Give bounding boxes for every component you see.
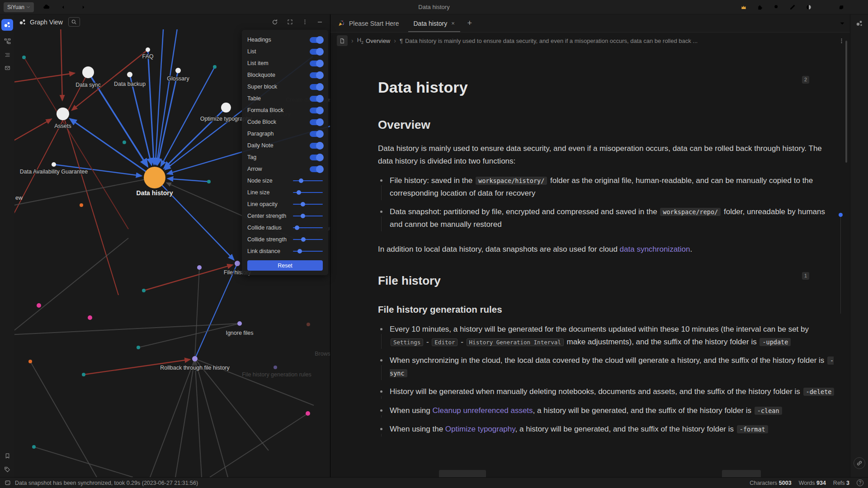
toggle-paragraph[interactable] bbox=[310, 131, 323, 137]
theme-icon[interactable] bbox=[803, 2, 815, 13]
toggle-formula-block[interactable] bbox=[310, 108, 323, 113]
cloud-sync-icon[interactable] bbox=[40, 2, 52, 13]
doc-list-item[interactable]: File history: saved in the workspace/his… bbox=[378, 174, 835, 199]
graph-node-p2[interactable] bbox=[88, 315, 92, 320]
graph-node-t8[interactable] bbox=[32, 445, 36, 449]
dock-item-inbox[interactable] bbox=[4, 65, 11, 71]
graph-node-o1[interactable] bbox=[80, 203, 83, 207]
doc-list-item[interactable]: When using the Optimize typography, a hi… bbox=[378, 423, 835, 436]
toggle-super-block[interactable] bbox=[310, 84, 323, 90]
backlink-button[interactable] bbox=[854, 457, 865, 469]
global-search-icon[interactable] bbox=[770, 2, 782, 13]
slider-node-size[interactable] bbox=[293, 178, 323, 184]
toggle-daily-note[interactable] bbox=[310, 143, 323, 149]
toggle-code-block[interactable] bbox=[310, 119, 323, 125]
graph-dock-icon[interactable] bbox=[856, 20, 863, 27]
doc-list-item[interactable]: History will be generated when manually … bbox=[378, 385, 835, 398]
dock-item-tag[interactable] bbox=[4, 466, 10, 473]
ref-count-badge[interactable]: 2 bbox=[802, 76, 809, 84]
graph-refresh-button[interactable] bbox=[272, 19, 278, 25]
edit-mode-icon[interactable] bbox=[787, 2, 798, 13]
plugin-icon[interactable] bbox=[754, 2, 766, 13]
back-button[interactable] bbox=[58, 2, 70, 13]
window-maximize-button[interactable] bbox=[835, 2, 847, 13]
dock-item-filetree[interactable] bbox=[4, 38, 11, 45]
graph-node-t5[interactable] bbox=[142, 289, 146, 292]
doc-list-item[interactable]: Data snapshot: partitioned by file, encr… bbox=[378, 206, 835, 230]
toggle-list-item[interactable] bbox=[310, 61, 323, 66]
graph-node-dh[interactable] bbox=[144, 167, 165, 188]
tab-list-chevron-button[interactable] bbox=[839, 14, 845, 32]
graph-node-ps[interactable] bbox=[197, 265, 202, 270]
editor-scrollbar-thumb[interactable] bbox=[845, 41, 847, 163]
slider-knob[interactable] bbox=[299, 178, 303, 183]
graph-fullscreen-button[interactable] bbox=[287, 19, 293, 25]
doc-link[interactable]: data synchronization bbox=[620, 245, 690, 253]
graph-node-data-sync[interactable] bbox=[82, 66, 94, 78]
slider-knob[interactable] bbox=[301, 214, 305, 218]
help-button[interactable]: ? bbox=[857, 479, 863, 486]
graph-search-button[interactable] bbox=[68, 17, 80, 27]
doc-heading-block[interactable]: Overview bbox=[378, 115, 835, 134]
siyuan-menu-button[interactable]: SiYuan bbox=[4, 2, 34, 12]
graph-node-rb[interactable] bbox=[192, 356, 198, 361]
breadcrumb-more-button[interactable] bbox=[839, 38, 844, 44]
graph-node-rd[interactable] bbox=[307, 323, 310, 326]
doc-list-item[interactable]: When synchronizing in the cloud, the loc… bbox=[378, 354, 835, 379]
breadcrumb-item[interactable]: ¶Data history is mainly used to ensure d… bbox=[400, 38, 698, 44]
toggle-headings[interactable] bbox=[310, 37, 323, 43]
slider-collide-radius[interactable] bbox=[293, 225, 323, 231]
window-minimize-button[interactable] bbox=[819, 2, 831, 13]
doc-heading-block[interactable]: File history generation rules bbox=[378, 302, 835, 317]
doc-paragraph-block[interactable]: Data history is mainly used to ensure da… bbox=[378, 142, 835, 167]
graph-more-button[interactable] bbox=[302, 19, 308, 25]
graph-node-ig[interactable] bbox=[237, 321, 242, 326]
doc-heading-block[interactable]: File history1 bbox=[378, 271, 835, 290]
graph-node-p1[interactable] bbox=[37, 303, 41, 308]
graph-node-data-backup[interactable] bbox=[127, 72, 132, 77]
doc-list-item[interactable]: Every 10 minutes, a history will be gene… bbox=[378, 323, 835, 348]
slider-knob[interactable] bbox=[301, 237, 306, 242]
toggle-arrow[interactable] bbox=[310, 166, 323, 172]
document-icon[interactable] bbox=[337, 35, 348, 46]
slider-knob[interactable] bbox=[297, 249, 302, 253]
doc-heading-block[interactable]: Data history2 bbox=[378, 75, 835, 100]
graph-node-t4[interactable] bbox=[207, 180, 211, 183]
toggle-tag[interactable] bbox=[310, 155, 323, 160]
tab-close-button[interactable]: × bbox=[451, 20, 455, 27]
graph-node-faq[interactable] bbox=[146, 47, 150, 52]
scroll-indicator-dot[interactable] bbox=[839, 213, 843, 217]
graph-node-pd[interactable] bbox=[274, 366, 277, 369]
graph-node-dag[interactable] bbox=[52, 162, 56, 167]
window-close-button[interactable] bbox=[852, 2, 863, 13]
dock-item-outline[interactable] bbox=[4, 52, 11, 58]
reset-button[interactable]: Reset bbox=[247, 260, 323, 271]
doc-link[interactable]: Cleanup unreferenced assets bbox=[433, 406, 533, 415]
slider-center-strength[interactable] bbox=[293, 213, 323, 219]
toggle-table[interactable] bbox=[310, 96, 323, 102]
doc-paragraph-block[interactable]: In addition to local data history, data … bbox=[378, 243, 835, 256]
graph-node-optimize[interactable] bbox=[221, 103, 231, 113]
graph-collapse-button[interactable] bbox=[317, 19, 323, 25]
doc-list-item[interactable]: When using Cleanup unreferenced assets, … bbox=[378, 404, 835, 417]
ref-count-badge[interactable]: 1 bbox=[802, 272, 809, 280]
graph-node-assets[interactable] bbox=[57, 108, 69, 120]
forward-button[interactable] bbox=[76, 2, 88, 13]
dock-item-bookmark[interactable] bbox=[5, 453, 10, 459]
slider-link-distance[interactable] bbox=[293, 248, 323, 254]
slider-collide-strength[interactable] bbox=[293, 236, 323, 243]
graph-node-t2[interactable] bbox=[213, 65, 217, 69]
slider-knob[interactable] bbox=[297, 190, 301, 195]
tab-please-start-here[interactable]: Please Start Here bbox=[330, 14, 406, 32]
doc-link[interactable]: Optimize typography bbox=[445, 425, 515, 433]
graph-node-glossary[interactable] bbox=[175, 68, 181, 73]
dock-item-graph[interactable] bbox=[1, 19, 13, 31]
graph-node-t3[interactable] bbox=[123, 141, 126, 144]
toggle-blockquote[interactable] bbox=[310, 72, 323, 78]
graph-node-t7[interactable] bbox=[82, 373, 85, 376]
new-tab-button[interactable]: + bbox=[462, 14, 477, 32]
toggle-list[interactable] bbox=[310, 49, 323, 55]
document-area[interactable]: Data history2OverviewData history is mai… bbox=[330, 49, 850, 477]
graph-node-t1[interactable] bbox=[22, 56, 26, 59]
breadcrumb-item[interactable]: H2Overview bbox=[357, 37, 391, 45]
